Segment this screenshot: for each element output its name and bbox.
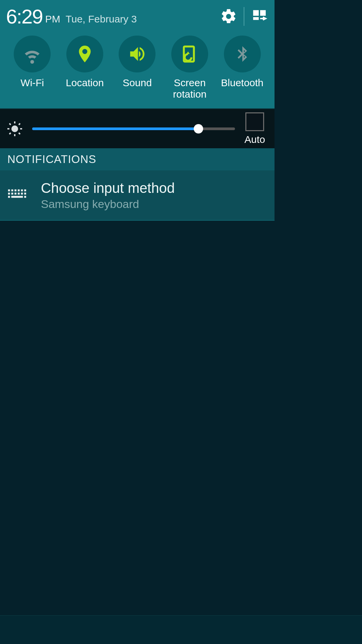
toggle-screen-rotation[interactable]: Screen rotation — [164, 36, 216, 100]
svg-rect-0 — [253, 10, 259, 16]
auto-brightness-label: Auto — [244, 134, 265, 145]
notifications-section-title: NOTIFICATIONS — [7, 153, 96, 166]
grid-edit-icon — [251, 8, 268, 25]
clock-date: Tue, February 3 — [66, 13, 137, 25]
svg-rect-27 — [24, 196, 26, 198]
header-separator — [244, 7, 244, 26]
wifi-icon — [14, 36, 51, 72]
svg-rect-21 — [14, 193, 16, 195]
quick-panel-edit-button[interactable] — [250, 7, 268, 25]
svg-rect-26 — [11, 196, 23, 198]
toggle-sound[interactable]: Sound — [111, 36, 164, 100]
bluetooth-icon — [224, 36, 261, 72]
quick-toggles-row: Wi-Fi Location Sound Screen rotation Blu… — [6, 36, 268, 100]
header-top-row: 6:29 PM Tue, February 3 — [6, 5, 268, 28]
svg-rect-23 — [21, 193, 23, 195]
sound-icon — [119, 36, 156, 72]
gear-icon — [220, 8, 237, 25]
svg-rect-20 — [11, 193, 13, 195]
svg-rect-2 — [253, 17, 259, 20]
location-icon — [66, 36, 103, 72]
svg-line-11 — [9, 133, 11, 134]
svg-rect-15 — [14, 190, 16, 192]
toggle-sound-label: Sound — [123, 77, 152, 89]
keyboard-icon — [8, 189, 26, 202]
toggle-wifi[interactable]: Wi-Fi — [6, 36, 59, 100]
svg-rect-19 — [8, 193, 10, 195]
svg-rect-1 — [260, 10, 266, 16]
notification-subtitle: Samsung keyboard — [41, 198, 175, 211]
notifications-section-header: NOTIFICATIONS — [0, 148, 275, 170]
svg-rect-25 — [8, 196, 10, 198]
toggle-location[interactable]: Location — [59, 36, 111, 100]
toggle-rotation-label: Screen rotation — [164, 77, 216, 100]
brightness-row: Auto — [0, 108, 275, 148]
svg-rect-22 — [18, 193, 20, 195]
svg-rect-18 — [24, 190, 26, 192]
brightness-slider[interactable] — [32, 127, 235, 130]
header-panel: 6:29 PM Tue, February 3 Wi-Fi Location — [0, 0, 275, 108]
svg-rect-16 — [18, 190, 20, 192]
toggle-bluetooth-label: Bluetooth — [221, 77, 263, 89]
screen-rotation-icon — [171, 36, 208, 72]
auto-brightness-checkbox[interactable] — [245, 112, 264, 131]
brightness-icon — [7, 121, 23, 137]
clock-time: 6:29 — [6, 5, 43, 28]
svg-rect-17 — [21, 190, 23, 192]
svg-line-10 — [19, 133, 20, 134]
notification-title: Choose input method — [41, 180, 175, 196]
clock-ampm: PM — [45, 13, 60, 25]
svg-rect-14 — [11, 190, 13, 192]
toggle-wifi-label: Wi-Fi — [20, 77, 44, 89]
svg-rect-13 — [8, 190, 10, 192]
svg-rect-24 — [24, 193, 26, 195]
toggle-bluetooth[interactable]: Bluetooth — [216, 36, 268, 100]
notification-item[interactable]: Choose input method Samsung keyboard — [0, 170, 275, 221]
toggle-location-label: Location — [66, 77, 104, 89]
settings-button[interactable] — [220, 7, 238, 25]
svg-line-12 — [19, 123, 20, 125]
svg-point-4 — [11, 125, 18, 132]
svg-line-9 — [9, 123, 11, 125]
